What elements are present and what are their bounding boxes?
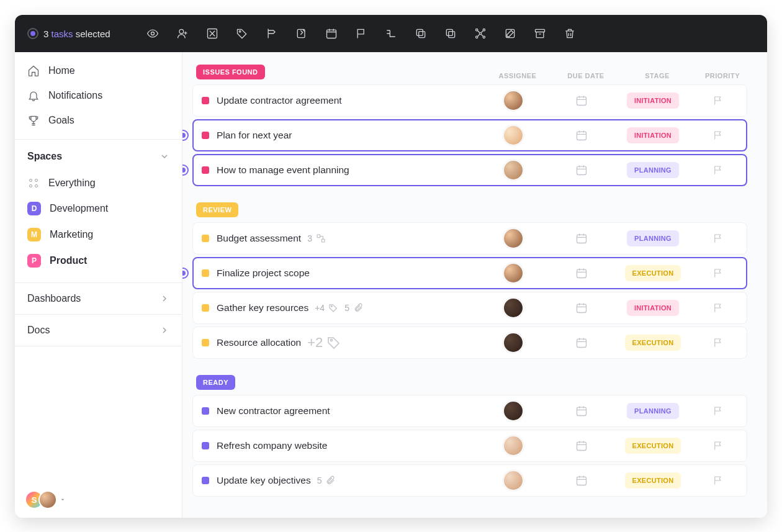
stage-cell[interactable]: INITIATION xyxy=(613,300,693,316)
row-checkbox[interactable] xyxy=(182,165,189,176)
due-date-cell[interactable] xyxy=(551,164,613,176)
copy-icon[interactable] xyxy=(444,27,457,40)
task-name: Finalize project scope xyxy=(217,268,310,279)
priority-cell[interactable] xyxy=(693,475,743,486)
task-row[interactable]: Update contractor agreement INITIATION xyxy=(192,84,747,117)
stage-cell[interactable]: EXECUTION xyxy=(613,265,693,281)
status-square[interactable] xyxy=(202,407,209,415)
due-date-cell[interactable] xyxy=(551,232,613,245)
due-date-cell[interactable] xyxy=(551,94,613,107)
task-row[interactable]: Plan for next year INITIATION xyxy=(192,119,747,151)
row-checkbox[interactable] xyxy=(182,268,189,279)
status-pill[interactable]: READY xyxy=(196,375,235,390)
assignee-cell[interactable] xyxy=(476,436,551,455)
task-row[interactable]: Resource allocation +2 EXECUTION xyxy=(192,327,747,359)
due-date-cell[interactable] xyxy=(551,129,613,142)
assignee-cell[interactable] xyxy=(476,264,551,282)
assignee-cell[interactable] xyxy=(476,402,551,420)
stage-cell[interactable]: PLANNING xyxy=(613,403,693,419)
assignee-cell[interactable] xyxy=(476,299,551,317)
stage-cell[interactable]: PLANNING xyxy=(613,230,693,246)
selection-indicator[interactable]: 3 tasks selected xyxy=(27,28,110,39)
status-square[interactable] xyxy=(202,166,209,174)
status-square[interactable] xyxy=(202,304,209,312)
duplicate-icon[interactable] xyxy=(415,27,427,40)
docs-section[interactable]: Docs xyxy=(15,315,182,346)
status-square[interactable] xyxy=(202,477,209,484)
task-row[interactable]: Finalize project scope EXECUTION xyxy=(192,257,747,289)
space-item[interactable]: P Product xyxy=(22,248,174,274)
assignee-cell[interactable] xyxy=(476,126,551,145)
subtask-icon[interactable] xyxy=(385,27,397,40)
due-date-cell[interactable] xyxy=(551,302,613,314)
sidebar: Home Notifications Goals Spaces xyxy=(15,52,182,518)
stage-cell[interactable]: PLANNING xyxy=(613,162,693,178)
priority-cell[interactable] xyxy=(693,302,743,313)
assignee-cell[interactable] xyxy=(476,333,551,352)
status-square[interactable] xyxy=(202,97,209,104)
stage-cell[interactable]: EXECUTION xyxy=(613,438,693,454)
priority-cell[interactable] xyxy=(693,440,743,451)
task-row[interactable]: Gather key resources +4 5 INITIATION xyxy=(192,292,747,324)
status-pill[interactable]: ISSUES FOUND xyxy=(196,65,265,79)
delete-icon[interactable] xyxy=(564,27,576,40)
dashboards-section[interactable]: Dashboards xyxy=(15,283,182,315)
assignee-cell[interactable] xyxy=(476,91,551,110)
convert-icon[interactable] xyxy=(295,27,308,40)
priority-cell[interactable] xyxy=(693,337,743,348)
svg-point-12 xyxy=(483,29,485,31)
status-square[interactable] xyxy=(202,442,209,449)
priority-icon[interactable] xyxy=(355,27,367,40)
watch-icon[interactable] xyxy=(146,27,159,40)
priority-cell[interactable] xyxy=(693,233,743,244)
due-date-cell[interactable] xyxy=(551,405,613,417)
svg-rect-28 xyxy=(577,407,586,415)
due-date-icon[interactable] xyxy=(325,27,338,40)
tag-icon[interactable] xyxy=(236,27,248,40)
priority-cell[interactable] xyxy=(693,268,743,279)
edit-icon[interactable] xyxy=(504,27,516,40)
due-date-cell[interactable] xyxy=(551,336,613,349)
stage-cell[interactable]: INITIATION xyxy=(613,92,693,109)
dependencies-icon[interactable] xyxy=(474,27,487,40)
status-square[interactable] xyxy=(202,339,209,346)
nav-notifications[interactable]: Notifications xyxy=(22,83,174,108)
assignee-cell[interactable] xyxy=(476,229,551,248)
row-checkbox[interactable] xyxy=(182,130,189,141)
due-date-cell[interactable] xyxy=(551,440,613,452)
task-row[interactable]: Update key objectives 5 EXECUTION xyxy=(192,464,747,497)
assignee-cell[interactable] xyxy=(476,471,551,490)
task-row[interactable]: Refresh company website EXECUTION xyxy=(192,430,747,462)
priority-cell[interactable] xyxy=(693,405,743,417)
nav-goals[interactable]: Goals xyxy=(22,108,174,133)
task-row[interactable]: New contractor agreement PLANNING xyxy=(192,395,747,427)
space-item[interactable]: M Marketing xyxy=(22,222,174,248)
space-item[interactable]: D Development xyxy=(22,196,174,222)
add-assignee-icon[interactable] xyxy=(176,27,189,40)
stage-cell[interactable]: INITIATION xyxy=(613,127,693,143)
assignee-cell[interactable] xyxy=(476,161,551,179)
task-row[interactable]: Budget assessment 3 PLANNING xyxy=(192,222,747,255)
priority-cell[interactable] xyxy=(693,130,743,141)
nav-home[interactable]: Home xyxy=(22,58,174,83)
priority-cell[interactable] xyxy=(693,95,743,106)
caret-down-icon[interactable] xyxy=(60,497,66,503)
space-everything[interactable]: Everything xyxy=(22,171,174,196)
spaces-header-label: Spaces xyxy=(27,151,62,162)
priority-cell[interactable] xyxy=(693,165,743,176)
status-square[interactable] xyxy=(202,132,209,139)
status-square[interactable] xyxy=(202,269,209,277)
due-date-cell[interactable] xyxy=(551,474,613,487)
task-row[interactable]: How to manage event planning PLANNING xyxy=(192,154,747,186)
stage-cell[interactable]: EXECUTION xyxy=(613,335,693,351)
move-icon[interactable] xyxy=(266,27,278,40)
svg-point-14 xyxy=(483,36,485,38)
status-square[interactable] xyxy=(202,235,209,242)
archive-icon[interactable] xyxy=(534,27,546,40)
status-icon[interactable] xyxy=(206,27,218,40)
status-pill[interactable]: REVIEW xyxy=(196,202,238,217)
spaces-header[interactable]: Spaces xyxy=(15,140,182,168)
user-menu[interactable]: S xyxy=(25,490,57,509)
stage-cell[interactable]: EXECUTION xyxy=(613,472,693,489)
due-date-cell[interactable] xyxy=(551,267,613,279)
